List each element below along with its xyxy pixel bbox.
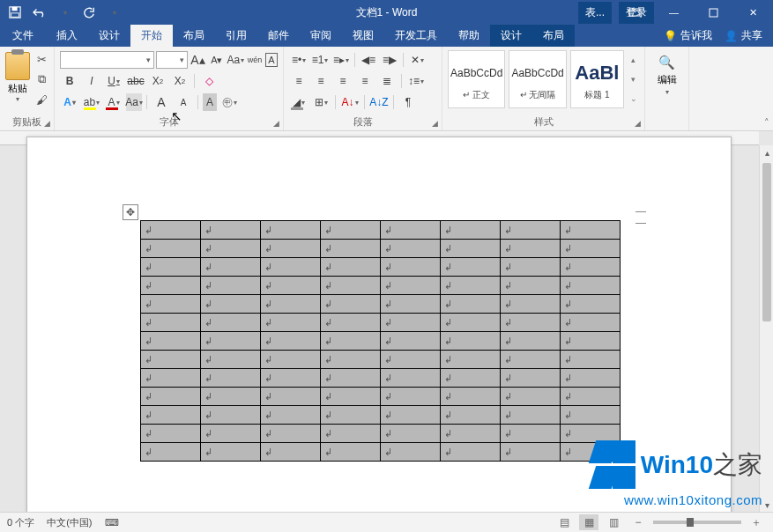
table-cell[interactable]: ↲: [321, 314, 381, 332]
table-cell[interactable]: ↲: [441, 388, 501, 406]
zoom-out-button[interactable]: −: [628, 514, 648, 530]
table-cell[interactable]: ↲: [261, 443, 321, 462]
table-cell[interactable]: ↲: [201, 258, 261, 277]
cut-button[interactable]: ✂: [33, 50, 50, 68]
table-cell[interactable]: ↲: [141, 295, 201, 314]
table-cell[interactable]: ↲: [261, 277, 321, 295]
increase-indent-button[interactable]: ≡▶: [380, 51, 399, 69]
table-cell[interactable]: ↲: [501, 314, 561, 332]
table-cell[interactable]: ↲: [141, 277, 201, 295]
table-cell[interactable]: ↲: [441, 406, 501, 425]
table-cell[interactable]: ↲: [201, 406, 261, 425]
change-case-button[interactable]: Aa: [227, 51, 245, 69]
table-cell[interactable]: ↲: [261, 332, 321, 351]
clipboard-launcher[interactable]: ◢: [42, 119, 51, 128]
format-painter-button[interactable]: 🖌: [33, 91, 50, 108]
align-center-button[interactable]: ≡: [311, 72, 331, 90]
paragraph-launcher[interactable]: ◢: [430, 119, 439, 128]
table-cell[interactable]: ↲: [321, 240, 381, 258]
tab-design[interactable]: 设计: [88, 25, 130, 47]
char-border-button[interactable]: A: [265, 53, 278, 67]
table-cell[interactable]: ↲: [381, 240, 441, 258]
styles-launcher[interactable]: ◢: [633, 119, 642, 128]
table-cell[interactable]: ↲: [501, 332, 561, 351]
table-cell[interactable]: ↲: [141, 406, 201, 425]
redo-button[interactable]: [78, 2, 100, 23]
table-cell[interactable]: ↲: [141, 369, 201, 388]
strike-button[interactable]: abc: [126, 72, 145, 90]
table-cell[interactable]: ↲: [381, 443, 441, 462]
table-cell[interactable]: ↲: [321, 369, 381, 388]
align-right-button[interactable]: ≡: [333, 72, 353, 90]
table-cell[interactable]: ↲: [261, 406, 321, 425]
word-count[interactable]: 0 个字: [7, 516, 34, 529]
table-cell[interactable]: ↲: [561, 277, 621, 295]
table-cell[interactable]: ↲: [561, 369, 621, 388]
highlight-button[interactable]: ab: [82, 93, 101, 111]
table-cell[interactable]: ↲: [561, 314, 621, 332]
table-cell[interactable]: ↲: [501, 258, 561, 277]
style-normal[interactable]: AaBbCcDd ↵ 正文: [448, 50, 505, 108]
table-cell[interactable]: ↲: [561, 332, 621, 351]
document-table[interactable]: ↲↲↲↲↲↲↲↲↲↲↲↲↲↲↲↲↲↲↲↲↲↲↲↲↲↲↲↲↲↲↲↲↲↲↲↲↲↲↲↲…: [140, 220, 621, 462]
table-cell[interactable]: ↲: [501, 351, 561, 369]
qat-customize[interactable]: [102, 2, 125, 23]
table-cell[interactable]: ↲: [381, 221, 441, 240]
table-cell[interactable]: ↲: [321, 351, 381, 369]
table-cell[interactable]: ↲: [501, 406, 561, 425]
table-cell[interactable]: ↲: [501, 240, 561, 258]
line-spacing-button[interactable]: ↕≡: [406, 72, 426, 90]
table-cell[interactable]: ↲: [261, 240, 321, 258]
table-cell[interactable]: ↲: [321, 332, 381, 351]
table-cell[interactable]: ↲: [441, 443, 501, 462]
table-cell[interactable]: ↲: [441, 369, 501, 388]
tab-home[interactable]: 开始: [130, 25, 173, 47]
table-cell[interactable]: ↲: [441, 314, 501, 332]
style-heading1[interactable]: AaBl 标题 1: [570, 50, 624, 108]
tab-file[interactable]: 文件: [0, 25, 46, 47]
paste-button[interactable]: 粘贴 ▾: [5, 50, 30, 110]
text-effects-button[interactable]: A: [60, 93, 79, 111]
font-color-button[interactable]: A: [104, 93, 123, 111]
table-cell[interactable]: ↲: [261, 295, 321, 314]
font-launcher[interactable]: ◢: [271, 119, 280, 128]
table-cell[interactable]: ↲: [441, 295, 501, 314]
numbering-button[interactable]: ≡1: [310, 51, 330, 69]
text-direction-button[interactable]: A↓: [340, 93, 360, 111]
maximize-button[interactable]: [694, 0, 733, 25]
table-cell[interactable]: ↲: [321, 221, 381, 240]
undo-dropdown[interactable]: [53, 2, 76, 23]
minimize-button[interactable]: —: [654, 0, 694, 25]
find-icon[interactable]: 🔍: [658, 54, 676, 71]
accessibility-status[interactable]: ⌨: [105, 517, 119, 528]
enlarge-char-button[interactable]: A: [152, 93, 171, 111]
tab-review[interactable]: 审阅: [300, 25, 342, 47]
table-cell[interactable]: ↲: [261, 258, 321, 277]
tell-me[interactable]: 💡告诉我: [664, 28, 712, 43]
table-cell[interactable]: ↲: [141, 314, 201, 332]
table-cell[interactable]: ↲: [201, 240, 261, 258]
font-size-combo[interactable]: [156, 51, 188, 69]
table-cell[interactable]: ↲: [381, 277, 441, 295]
table-cell[interactable]: ↲: [321, 295, 381, 314]
table-cell[interactable]: ↲: [141, 221, 201, 240]
table-cell[interactable]: ↲: [141, 425, 201, 443]
shrink-font-button[interactable]: A▾: [208, 51, 225, 69]
scroll-thumb[interactable]: [762, 163, 771, 321]
bold-button[interactable]: B: [60, 72, 79, 90]
table-cell[interactable]: ↲: [141, 388, 201, 406]
table-move-handle[interactable]: ✥: [123, 204, 138, 220]
tab-table-layout[interactable]: 布局: [532, 25, 575, 47]
table-cell[interactable]: ↲: [321, 406, 381, 425]
table-cell[interactable]: ↲: [321, 425, 381, 443]
styles-gallery-more[interactable]: ▴▾⌄: [628, 50, 639, 108]
table-cell[interactable]: ↲: [501, 295, 561, 314]
font-name-combo[interactable]: [60, 51, 154, 69]
table-cell[interactable]: ↲: [201, 221, 261, 240]
table-cell[interactable]: ↲: [441, 332, 501, 351]
table-cell[interactable]: ↲: [561, 221, 621, 240]
undo-button[interactable]: [28, 2, 51, 23]
table-cell[interactable]: ↲: [141, 443, 201, 462]
table-cell[interactable]: ↲: [201, 332, 261, 351]
style-nospacing[interactable]: AaBbCcDd ↵ 无间隔: [509, 50, 566, 108]
